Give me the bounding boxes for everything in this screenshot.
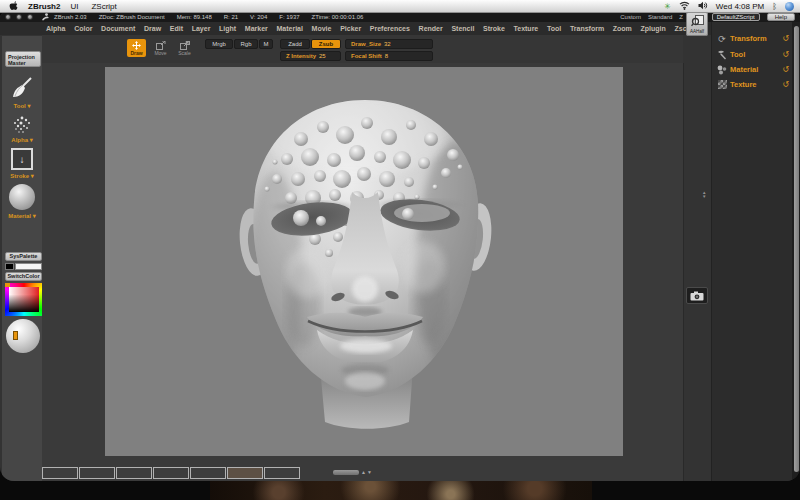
menu-item[interactable]: Tool — [547, 25, 561, 32]
tool-brush-icon[interactable] — [9, 76, 35, 104]
menu-item[interactable]: Material — [276, 25, 302, 32]
menu-item[interactable]: Light — [219, 25, 236, 32]
menu-item[interactable]: Document — [101, 25, 135, 32]
menu-item[interactable]: Zoom — [613, 25, 632, 32]
menu-item[interactable]: Stroke — [483, 25, 505, 32]
panel-collapse-arrows-icon[interactable]: ▲▼ — [702, 191, 706, 199]
sys-palette-button[interactable]: SysPalette — [5, 252, 42, 261]
tray-slider-track[interactable] — [333, 470, 359, 475]
volume-icon[interactable] — [698, 1, 708, 12]
chevron-down-icon: ▾ — [27, 103, 30, 109]
menu-item[interactable]: Preferences — [370, 25, 410, 32]
menu-item[interactable]: Transform — [570, 25, 604, 32]
titlebar-mode-label[interactable]: Custom — [620, 14, 641, 20]
menu-item[interactable]: Picker — [340, 25, 361, 32]
thumbnail-slot[interactable] — [227, 467, 263, 479]
mrgb-button[interactable]: Mrgb — [205, 39, 233, 49]
menubar-clock[interactable]: Wed 4:08 PM — [716, 2, 764, 11]
color-gradient[interactable] — [9, 287, 39, 312]
thumbnail-slot[interactable] — [153, 467, 189, 479]
material-sphere-icon[interactable] — [9, 184, 35, 210]
shelf-section-material[interactable]: Material ↺ — [712, 63, 792, 76]
right-scrollbar-thumb[interactable] — [794, 26, 799, 472]
shelf-section-transform[interactable]: ⟳ Transform ↺ — [712, 32, 792, 45]
app-version: ZBrush 2.03 — [54, 14, 87, 20]
menu-item[interactable]: Movie — [312, 25, 332, 32]
menu-item[interactable]: Zplugin — [641, 25, 666, 32]
draw-size-label: Draw_Size — [351, 41, 381, 47]
camera-button[interactable] — [686, 287, 708, 304]
thumbnail-slot[interactable] — [264, 467, 300, 479]
menu-item[interactable]: Marker — [245, 25, 268, 32]
zadd-button[interactable]: Zadd — [280, 39, 310, 49]
restore-icon[interactable]: ↺ — [782, 35, 789, 43]
restore-icon[interactable]: ↺ — [782, 66, 789, 74]
mac-menu-item[interactable]: ZScript — [91, 2, 116, 11]
window-zoom-button[interactable] — [27, 14, 33, 20]
alpha-label[interactable]: Alpha ▾ — [2, 136, 42, 143]
window-close-button[interactable] — [5, 14, 11, 20]
menu-item[interactable]: Draw — [144, 25, 161, 32]
stroke-label[interactable]: Stroke ▾ — [2, 172, 42, 179]
color-preview-sphere[interactable] — [6, 319, 40, 353]
z-intensity-slider[interactable]: Z Intensity 25 — [280, 51, 341, 61]
secondary-color-swatch[interactable] — [5, 263, 14, 270]
primary-color-swatch[interactable] — [15, 263, 42, 270]
restore-icon[interactable]: ↺ — [782, 81, 789, 89]
titlebar-mode-label[interactable]: Z — [679, 14, 683, 20]
stroke-icon[interactable]: ↓ — [11, 148, 33, 170]
status-menu-icon[interactable]: ✳ — [664, 2, 671, 11]
menu-item[interactable]: Texture — [513, 25, 538, 32]
menu-item[interactable]: Render — [419, 25, 443, 32]
draw-size-slider[interactable]: Draw_Size 32 — [345, 39, 433, 49]
thumbnail-slot[interactable] — [79, 467, 115, 479]
menu-bar: AlphaColorDocumentDrawEditLayerLightMark… — [0, 22, 712, 35]
right-scrollbar[interactable] — [792, 22, 800, 481]
projection-master-button[interactable]: Projection Master — [5, 51, 41, 67]
shelf-section-label: Texture — [730, 80, 782, 89]
ztime-stat: ZTime: 00:00:01.06 — [312, 14, 364, 20]
canvas-area — [42, 63, 683, 481]
canvas-view-button[interactable]: AAHalf — [686, 12, 708, 36]
spotlight-icon[interactable] — [785, 2, 794, 11]
shelf-section-texture[interactable]: Texture ↺ — [712, 78, 792, 91]
move-icon — [156, 41, 166, 50]
menu-item[interactable]: Color — [74, 25, 92, 32]
window-minimize-button[interactable] — [16, 14, 22, 20]
m-button[interactable]: M — [259, 39, 273, 49]
menu-item[interactable]: Alpha — [46, 25, 65, 32]
default-zscript-button[interactable]: DefaultZScript — [712, 13, 760, 21]
mac-menu-item[interactable]: UI — [70, 2, 78, 11]
draw-mode-button[interactable]: Draw — [127, 39, 146, 57]
zbrush-document-canvas[interactable] — [105, 67, 623, 456]
rgb-button[interactable]: Rgb — [234, 39, 258, 49]
shelf-section-label: Transform — [730, 34, 782, 43]
move-mode-button[interactable]: Move — [151, 39, 170, 57]
thumbnail-slot[interactable] — [190, 467, 226, 479]
zsub-button[interactable]: Zsub — [311, 39, 341, 49]
mac-app-name[interactable]: ZBrush2 — [28, 2, 60, 11]
color-picker[interactable] — [5, 283, 43, 316]
wifi-icon[interactable] — [679, 1, 690, 12]
tool-label[interactable]: Tool ▾ — [2, 102, 42, 109]
menu-item[interactable]: Edit — [170, 25, 183, 32]
tray-expand-arrows-icon[interactable]: ▲▼ — [361, 470, 373, 475]
switch-color-button[interactable]: SwitchColor — [5, 272, 42, 281]
zbrush-logo-icon — [41, 13, 50, 21]
focal-shift-slider[interactable]: Focal Shift 8 — [345, 51, 433, 61]
thumbnail-slot[interactable] — [116, 467, 152, 479]
divider — [683, 63, 684, 481]
help-button[interactable]: Help — [767, 13, 795, 21]
tray-resize-control[interactable]: ▲▼ — [333, 470, 373, 475]
restore-icon[interactable]: ↺ — [782, 51, 789, 59]
menu-item[interactable]: Layer — [192, 25, 211, 32]
apple-menu-icon[interactable] — [6, 1, 20, 11]
bluetooth-icon[interactable]: ᛒ — [772, 2, 777, 11]
titlebar-mode-label[interactable]: Standard — [648, 14, 672, 20]
scale-mode-button[interactable]: Scale — [175, 39, 194, 57]
menu-item[interactable]: Stencil — [451, 25, 474, 32]
thumbnail-slot[interactable] — [42, 467, 78, 479]
shelf-section-tool[interactable]: Tool ↺ — [712, 48, 792, 61]
texture-checker-icon — [717, 80, 727, 90]
material-label[interactable]: Material ▾ — [2, 212, 42, 219]
